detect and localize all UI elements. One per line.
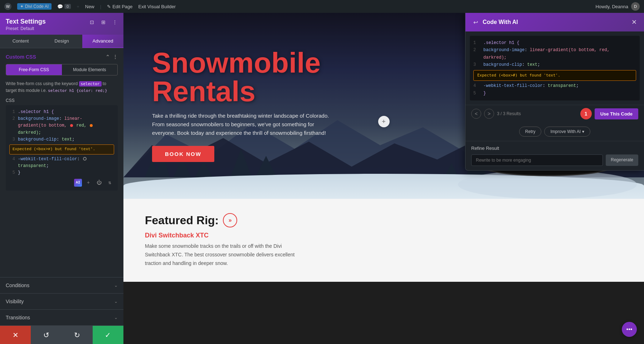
code-toolbar: AI + ⏻ ⇅ [9,178,114,187]
line-num-1: 1 [9,109,15,116]
conditions-label: Conditions [6,282,29,288]
exit-builder-link[interactable]: Exit Visual Builder [138,4,176,9]
ai-line-num-3: 3 [473,61,480,68]
line-num-2b [9,122,15,129]
more-icon[interactable]: ⋮ [111,18,119,26]
separator-1: + [77,4,79,9]
double-chevron-icon: » [223,213,237,227]
code-line-3: 3 background-clip: text; [9,136,114,143]
featured-content: Featured Rig: » Divi Switchback XTC Make… [145,213,623,267]
code-text-1: .selector h1 { [18,109,114,116]
menu-dots-icon: ••• [626,326,633,333]
ai-actions-row: Retry Improve With AI ▾ [465,122,644,141]
visibility-section: Visibility ⌄ [0,293,123,309]
ai-val-text: text [527,62,537,67]
add-icon[interactable]: + [378,116,390,127]
add-content-btn[interactable]: + [378,116,390,127]
divi-ai-button[interactable]: ✦ Divi Code AI [17,3,52,10]
val-red: red, [74,123,89,128]
ai-line-num-2: 2 [473,46,480,54]
cancel-button[interactable]: ✕ [0,326,31,344]
refine-input[interactable] [471,154,603,166]
retry-button[interactable]: Retry [519,127,542,137]
edit-page-label: Edit Page [112,4,132,9]
ai-colon-3: : [543,83,548,88]
ai-code-line-2b: darkred); [473,54,636,61]
save-button[interactable]: ✓ [93,326,123,344]
regenerate-button[interactable]: Regenerate [606,154,638,166]
sort-code-btn[interactable]: ⇅ [106,178,114,187]
hero-content: Snowmobile Rentals Take a thrilling ride… [152,49,338,162]
panel-header-icons: ⊡ ⊞ ⋮ [88,18,119,26]
error-text: Expected (<box>#) but found 'text'. [13,147,95,151]
reset-code-btn[interactable]: ⏻ [95,178,103,187]
check-circle-icon [83,157,87,161]
responsive-icon[interactable]: ⊡ [88,18,96,26]
add-code-btn[interactable]: + [84,178,93,187]
separator-2: | [100,4,101,9]
howdy-section: Howdy, Deanna D [595,2,640,11]
line-num-5: 5 [9,169,15,176]
css-description: Write free-form css using the keyword se… [6,80,118,94]
exit-label: Exit Visual Builder [138,4,176,9]
tab-module-elements[interactable]: Module Elements [62,64,118,75]
hero-title: Snowmobile Rentals [152,49,338,106]
ai-panel-close-button[interactable]: ✕ [630,18,638,26]
code-line-5: 5 } [9,169,114,176]
tab-content[interactable]: Content [0,35,41,48]
ai-panel-back-button[interactable]: ↩ [471,18,480,26]
collapse-icon[interactable]: ⌃ [106,54,110,60]
code-line-4: 4 -webkit-text-fill-color: transparent; [9,156,114,169]
divi-ai-label: Divi Code AI [25,4,49,9]
comment-count: 0 [64,4,71,9]
undo-button[interactable]: ↺ [31,326,62,344]
ai-badge-btn[interactable]: AI [74,179,82,187]
line-num-2: 2 [9,116,15,122]
howdy-label: Howdy, Deanna [595,4,628,9]
ai-prop-clip: background-clip [483,62,522,67]
featured-title: Featured Rig: » [145,213,623,227]
ai-colon-2: : [522,62,527,67]
ai-code-line-2: 2 background-image: linear-gradient(to b… [473,46,636,54]
ai-next-button[interactable]: > [484,109,494,119]
use-this-code-button[interactable]: Use This Code [595,108,638,119]
red-dot-2 [90,124,93,127]
css-desc-text1: Write free-form css using the keyword [6,81,79,86]
line-num-3: 3 [9,136,15,143]
grid-icon[interactable]: ⊞ [99,18,108,26]
improve-with-ai-button[interactable]: Improve With AI ▾ [544,127,590,137]
new-link[interactable]: New [85,4,94,9]
ai-prev-button[interactable]: < [471,109,481,119]
code-text-3: background-clip: text; [18,136,114,143]
redo-button[interactable]: ↻ [62,326,93,344]
avatar[interactable]: D [631,2,640,11]
comments-link[interactable]: 💬 0 [57,4,71,9]
content-area: Snowmobile Rentals Take a thrilling ride… [123,13,644,344]
code-line-1: 1 .selector h1 { [9,109,114,116]
transitions-header[interactable]: Transitions ⌄ [6,315,118,320]
transitions-chevron: ⌄ [114,315,118,320]
ai-line-num-5: 5 [473,90,480,97]
tab-design[interactable]: Design [41,35,82,48]
css-code-editor[interactable]: 1 .selector h1 { 2 background-image: lin… [6,105,118,191]
ai-code-line-5: 5 } [473,90,636,97]
more-options-icon[interactable]: ⋮ [113,54,118,60]
panel-subtitle: Preset: Default [6,26,118,31]
conditions-section: Conditions ⌄ [0,277,123,293]
ai-code-text-4: -webkit-text-fill-color: transparent; [483,82,579,89]
visibility-header[interactable]: Visibility ⌄ [6,299,118,304]
improve-chevron-icon: ▾ [582,129,584,134]
wp-logo-icon[interactable]: W [4,3,11,10]
fn-gradient: gradient(to bottom, [18,123,69,128]
ai-code-display: 1 .selector h1 { 2 background-image: lin… [470,36,640,100]
tab-free-form-css[interactable]: Free-Form CSS [6,64,62,75]
conditions-header[interactable]: Conditions ⌄ [6,282,118,288]
transitions-label: Transitions [6,315,30,320]
edit-page-link[interactable]: ✎ Edit Page [107,4,132,9]
retry-label: Retry [525,129,536,134]
featured-description: Make some snowmobile tracks on the trail… [145,242,295,267]
tab-advanced[interactable]: Advanced [82,35,123,48]
book-now-button[interactable]: BOOK NOW [152,146,214,162]
panel-footer: ✕ ↺ ↻ ✓ [0,325,123,344]
floating-menu-button[interactable]: ••• [622,322,637,337]
